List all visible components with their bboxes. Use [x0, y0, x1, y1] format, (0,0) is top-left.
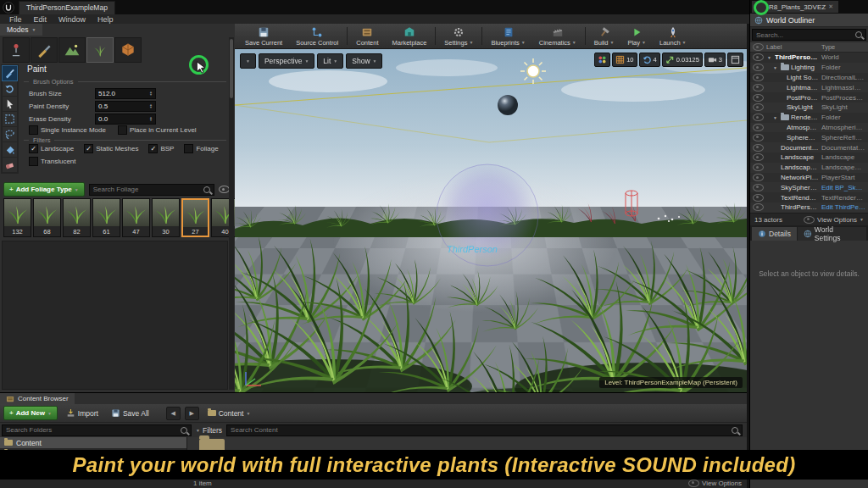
view-options-button[interactable]: View Options ▼ [804, 216, 864, 224]
checkbox-place-in-current-level[interactable]: Place in Current Level [118, 125, 197, 135]
outliner-row[interactable]: SkyLightSkyLight [750, 103, 868, 113]
save-all-button[interactable]: Save All [107, 407, 153, 420]
perspective-button[interactable]: Perspective▼ [259, 53, 314, 69]
expander-icon[interactable]: ▼ [767, 55, 773, 60]
sphere-reflection-gizmo[interactable] [498, 95, 518, 115]
foliage-type-tile[interactable]: 132 [3, 198, 31, 237]
outliner-search-input[interactable]: Search... [752, 29, 866, 41]
foliage-tool-paint[interactable] [3, 66, 17, 80]
outliner-type[interactable]: Edit ThirdPersonCharacter [821, 203, 865, 211]
foliage-tool-lasso[interactable] [3, 127, 17, 141]
eye-icon[interactable] [753, 103, 764, 111]
outliner-row[interactable]: PostProcessVolumePostProcessVolume [750, 92, 868, 103]
mode-tab-foliage[interactable] [86, 37, 114, 63]
spinner-arrows[interactable]: ▲▼ [149, 91, 153, 97]
eye-icon[interactable] [753, 203, 764, 211]
eye-icon[interactable] [753, 153, 764, 161]
outliner-row[interactable]: DocumentationActorDocumentationActor [750, 142, 868, 152]
expander-icon[interactable]: ▼ [773, 65, 779, 70]
search-content-input[interactable]: Search Content [226, 424, 743, 436]
capsule-gizmo[interactable] [626, 191, 637, 216]
forward-button[interactable]: ▶ [185, 407, 199, 420]
play-button[interactable]: Play▼ [620, 24, 653, 48]
foliage-type-tile[interactable]: 61 [92, 198, 120, 237]
outliner-row[interactable]: ▼RenderFXFolder [750, 113, 868, 123]
outliner-row[interactable]: NetworkPlayerStartPlayerStart [750, 173, 868, 183]
outliner-row[interactable]: LandscapeGizmoActiveActorLandscapeGizmoA… [750, 163, 868, 173]
foliage-tool-select-all[interactable] [3, 112, 17, 126]
foliage-tool-reapply[interactable] [3, 81, 17, 96]
source-control-button[interactable]: Source Control [289, 24, 345, 48]
checkbox-single-instance-mode[interactable]: Single Instance Mode [29, 125, 106, 135]
view-options-button[interactable]: View Options [688, 480, 742, 487]
build-button[interactable]: Build▼ [587, 24, 621, 48]
lit-mode-button[interactable]: Lit▼ [317, 53, 343, 69]
unreal-logo-icon[interactable] [3, 2, 14, 14]
marketplace-button[interactable]: Marketplace [386, 24, 434, 48]
content-browser-tab[interactable]: Content Browser [0, 393, 75, 404]
world-outliner-header[interactable]: World Outliner [750, 14, 868, 27]
outliner-row[interactable]: TextRenderActorTextRenderActor [750, 192, 868, 202]
foliage-type-tile[interactable]: 30 [152, 198, 180, 237]
menu-edit[interactable]: Edit [28, 15, 53, 24]
outliner-row[interactable]: LandscapeLandscape [750, 152, 868, 163]
mode-tab-geometry[interactable] [114, 37, 142, 63]
expander-icon[interactable]: ▼ [773, 115, 779, 120]
menu-window[interactable]: Window [53, 15, 92, 24]
foliage-tool-select[interactable] [3, 97, 17, 111]
outliner-row[interactable]: SkySphereBlueprintEdit BP_Sky_Sphere [750, 182, 868, 192]
outliner-row[interactable]: AtmosphericFogAtmosphericFog [750, 123, 868, 133]
eye-icon[interactable] [753, 84, 764, 92]
viewport[interactable]: ThirdPerson ▼ [235, 49, 747, 392]
outliner-type[interactable]: Edit BP_Sky_Sphere [821, 184, 865, 191]
tab-details[interactable]: Details [752, 227, 797, 241]
foliage-type-tile[interactable]: 47 [122, 198, 150, 237]
scale-snap-button[interactable]: 0.03125 [662, 53, 703, 67]
foliage-tool-erase[interactable] [3, 158, 17, 172]
show-button[interactable]: Show▼ [346, 53, 382, 69]
eye-icon[interactable] [753, 194, 764, 202]
launch-button[interactable]: Launch▼ [653, 24, 693, 48]
spinner-arrows[interactable]: ▲▼ [149, 103, 153, 109]
tab-world-settings[interactable]: World Settings [798, 227, 866, 241]
folder-row-content[interactable]: Content [0, 437, 186, 448]
content-button[interactable]: Content [349, 24, 385, 48]
eye-icon[interactable] [753, 43, 764, 51]
import-button[interactable]: Import [62, 407, 103, 420]
eye-icon[interactable] [753, 164, 764, 171]
viewport-options-button[interactable]: ▼ [240, 53, 256, 69]
outliner-row[interactable]: ▼ThirdPersonExampleMapWorld [750, 53, 868, 63]
outliner-row[interactable]: ▼LightingFolder [750, 63, 868, 73]
save-current-button[interactable]: Save Current [238, 24, 289, 48]
eye-icon[interactable] [753, 144, 764, 152]
eye-icon[interactable] [753, 64, 764, 71]
menu-help[interactable]: Help [92, 15, 120, 24]
blueprints-button[interactable]: Blueprints▼ [484, 24, 531, 48]
add-foliage-type-button[interactable]: + Add Foliage Type ▼ [3, 182, 85, 197]
scrollbar-thumb[interactable] [230, 39, 233, 98]
map-tab[interactable]: ThirdPersonExampleMap [19, 1, 115, 14]
maximize-viewport-button[interactable] [727, 53, 743, 67]
search-folders-input[interactable]: Search Folders [2, 424, 192, 436]
mode-tab-paint[interactable] [31, 37, 58, 63]
mode-tab-place[interactable] [3, 37, 30, 63]
eye-icon[interactable] [753, 94, 764, 102]
spinner-arrows[interactable]: ▲▼ [149, 116, 153, 122]
text-render-actor[interactable]: ThirdPerson [447, 244, 498, 254]
foliage-type-tile[interactable]: 27 [181, 198, 209, 237]
foliage-tool-fill[interactable] [3, 142, 17, 157]
brush-size-input[interactable]: 512.0▲▼ [95, 88, 156, 99]
foliage-search-input[interactable]: Search Foliage [89, 184, 214, 196]
asset-tab[interactable]: R8_Plants_3DVEZ ✕ [752, 1, 838, 13]
eye-icon[interactable] [753, 174, 764, 181]
eye-icon[interactable] [753, 184, 764, 191]
checkbox-landscape[interactable]: ✓Landscape [29, 144, 74, 153]
settings-button[interactable]: Settings▼ [437, 24, 480, 48]
foliage-type-tile[interactable]: 68 [33, 198, 61, 237]
transform-gizmo-button[interactable] [594, 53, 610, 67]
modes-panel-tab[interactable]: Modes▼ [0, 24, 42, 36]
outliner-row[interactable]: SphereReflectionCaptureSphereReflectionC… [750, 132, 868, 142]
foliage-type-tile[interactable]: 82 [63, 198, 91, 237]
grid-snap-button[interactable]: 10 [612, 53, 637, 67]
type-column-header[interactable]: Type [821, 43, 865, 51]
